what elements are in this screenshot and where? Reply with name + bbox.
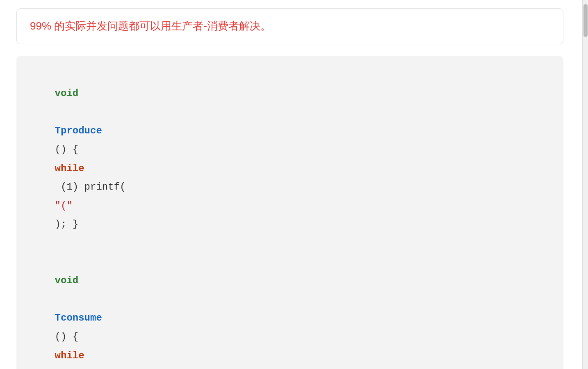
- code-space-2: [55, 294, 61, 305]
- keyword-while-1: while: [55, 163, 84, 174]
- fn-name-tconsume: Tconsume: [55, 312, 102, 323]
- quote-text: 99% 的实际并发问题都可以用生产者-消费者解决。: [30, 20, 271, 32]
- scrollbar[interactable]: [582, 0, 588, 369]
- code-box: void Tproduce () { while (1) printf( "("…: [16, 56, 563, 369]
- scrollbar-thumb[interactable]: [583, 4, 588, 37]
- code-line-2: void Tconsume () { while (1) printf( ")"…: [31, 253, 549, 369]
- code-args-1: () {: [55, 144, 84, 155]
- keyword-void-2: void: [55, 275, 79, 286]
- keyword-void-1: void: [55, 88, 79, 99]
- code-space-1: [55, 107, 61, 118]
- quote-box: 99% 的实际并发问题都可以用生产者-消费者解决。: [16, 8, 563, 44]
- code-string-1: "(": [55, 200, 73, 211]
- code-args-2: () {: [55, 331, 84, 342]
- code-line-1: void Tproduce () { while (1) printf( "("…: [31, 66, 549, 253]
- code-suffix-1: ); }: [55, 219, 79, 230]
- keyword-while-2: while: [55, 350, 84, 361]
- fn-name-tproduce: Tproduce: [55, 125, 102, 136]
- code-cond-1: (1) printf(: [55, 181, 126, 193]
